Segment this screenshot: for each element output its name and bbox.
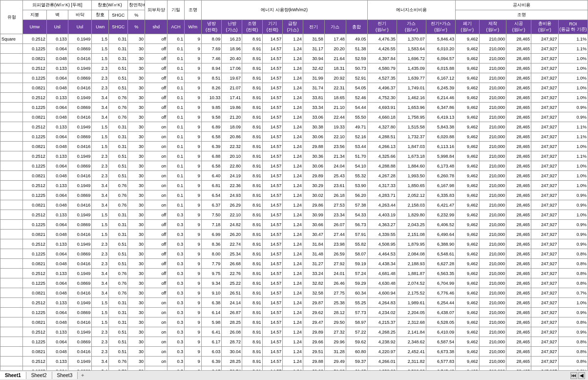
cell[interactable]: 30.94: [303, 54, 324, 63]
cell[interactable]: 4,264.83: [367, 298, 397, 308]
scroll-prev-icon[interactable]: ◀: [578, 372, 585, 379]
cell[interactable]: 27.92: [324, 259, 346, 269]
cell[interactable]: 9,462: [456, 73, 480, 83]
cell[interactable]: 8.91: [242, 249, 262, 259]
cell[interactable]: 0.1225: [23, 103, 47, 112]
cell[interactable]: 4,630.48: [367, 278, 397, 288]
cell[interactable]: 0.0821: [23, 347, 47, 357]
cell[interactable]: 22.80: [222, 161, 242, 171]
cell[interactable]: 0.1: [168, 161, 185, 171]
cell[interactable]: 28.25: [222, 317, 242, 327]
cell[interactable]: on: [145, 357, 168, 366]
cell[interactable]: 0.3: [168, 259, 185, 269]
cell[interactable]: 16.23: [222, 34, 242, 44]
cell[interactable]: 20.10: [222, 151, 242, 161]
cell[interactable]: 1.24: [283, 190, 303, 200]
cell[interactable]: 0.1225: [23, 161, 47, 171]
cell[interactable]: 1,829.80: [397, 210, 426, 220]
cell[interactable]: 26.08: [222, 327, 242, 337]
cell[interactable]: 9,462: [456, 132, 480, 142]
cell[interactable]: 9,462: [456, 239, 480, 249]
cell[interactable]: 2.3: [92, 347, 109, 357]
cell[interactable]: 0.0416: [68, 259, 92, 269]
cell[interactable]: 0.3: [168, 239, 185, 249]
cell[interactable]: 14.57: [262, 220, 283, 230]
cell[interactable]: 17.41: [222, 93, 242, 103]
cell[interactable]: 2,188.93: [397, 259, 426, 269]
cell[interactable]: 4,238.92: [367, 337, 397, 347]
cell[interactable]: 25.43: [324, 171, 346, 181]
cell[interactable]: 0.133: [46, 34, 68, 44]
cell[interactable]: 14.57: [262, 366, 283, 371]
cell[interactable]: 0.76: [109, 269, 128, 278]
cell[interactable]: 0.9%: [558, 103, 588, 112]
cell[interactable]: 0.1225: [23, 308, 47, 317]
cell[interactable]: 6,232.99: [426, 210, 455, 220]
cell[interactable]: on: [145, 327, 168, 337]
cell[interactable]: 210,000: [479, 259, 506, 269]
cell[interactable]: 26.20: [222, 230, 242, 239]
cell[interactable]: 0.3: [168, 308, 185, 317]
cell[interactable]: 8.91: [242, 83, 262, 93]
cell[interactable]: 0.31: [109, 220, 128, 230]
cell[interactable]: 30.02: [303, 190, 324, 200]
cell[interactable]: 247,927: [531, 210, 559, 220]
cell[interactable]: 30: [128, 103, 145, 112]
cell[interactable]: 210,000: [479, 200, 506, 210]
cell-type[interactable]: [0, 190, 23, 200]
cell[interactable]: 19.33: [324, 122, 346, 132]
cell[interactable]: 2.3: [92, 161, 109, 171]
cell[interactable]: 0.1949: [68, 181, 92, 190]
cell[interactable]: 9.85: [201, 103, 222, 112]
cell[interactable]: 30: [128, 308, 145, 317]
cell[interactable]: 8.91: [242, 54, 262, 63]
cell[interactable]: 18.09: [222, 122, 242, 132]
cell[interactable]: 247,927: [531, 103, 559, 112]
cell[interactable]: 0.51: [109, 161, 128, 171]
cell[interactable]: 3.4: [92, 190, 109, 200]
cell[interactable]: 30: [128, 259, 145, 269]
cell[interactable]: 1.24: [283, 171, 303, 181]
cell[interactable]: 1.0%: [558, 73, 588, 83]
cell[interactable]: 27.53: [324, 200, 346, 210]
cell[interactable]: 6,010.20: [426, 44, 455, 54]
cell[interactable]: 14.57: [262, 142, 283, 151]
cell[interactable]: 30: [128, 54, 145, 63]
cell[interactable]: 1,515.58: [397, 122, 426, 132]
cell-type[interactable]: [0, 249, 23, 259]
cell-type[interactable]: [0, 44, 23, 54]
cell[interactable]: 0.0869: [68, 44, 92, 54]
cell[interactable]: 1.24: [283, 54, 303, 63]
cell[interactable]: 0.1225: [23, 73, 47, 83]
cell[interactable]: 1.24: [283, 230, 303, 239]
cell[interactable]: 0.8%: [558, 259, 588, 269]
cell[interactable]: 210,000: [479, 317, 506, 327]
cell[interactable]: on: [145, 171, 168, 181]
cell[interactable]: 31.28: [324, 347, 346, 357]
cell[interactable]: 0.0416: [68, 112, 92, 122]
cell[interactable]: 0.8%: [558, 317, 588, 327]
cell[interactable]: 31.74: [303, 83, 324, 93]
cell[interactable]: 0.0869: [68, 308, 92, 317]
cell[interactable]: 28,465: [506, 220, 531, 230]
cell[interactable]: 53.44: [346, 142, 367, 151]
cell[interactable]: 6,745.48: [426, 366, 455, 371]
cell-type[interactable]: [0, 181, 23, 190]
cell[interactable]: 9: [184, 44, 201, 54]
cell[interactable]: 30: [128, 93, 145, 103]
cell[interactable]: 14.57: [262, 44, 283, 54]
cell[interactable]: 9: [184, 54, 201, 63]
cell[interactable]: 4,266.13: [367, 142, 397, 151]
cell[interactable]: 17.06: [222, 63, 242, 73]
cell[interactable]: 14.57: [262, 73, 283, 83]
cell[interactable]: 2,074.52: [397, 278, 426, 288]
cell[interactable]: 14.57: [262, 190, 283, 200]
cell[interactable]: 28,465: [506, 103, 531, 112]
cell[interactable]: 8.91: [242, 337, 262, 347]
cell[interactable]: 210,000: [479, 63, 506, 73]
cell[interactable]: 19.67: [222, 73, 242, 83]
cell[interactable]: 30: [128, 73, 145, 83]
cell[interactable]: 0.048: [46, 142, 68, 151]
cell[interactable]: 28,465: [506, 171, 531, 181]
cell[interactable]: 59.19: [346, 259, 367, 269]
